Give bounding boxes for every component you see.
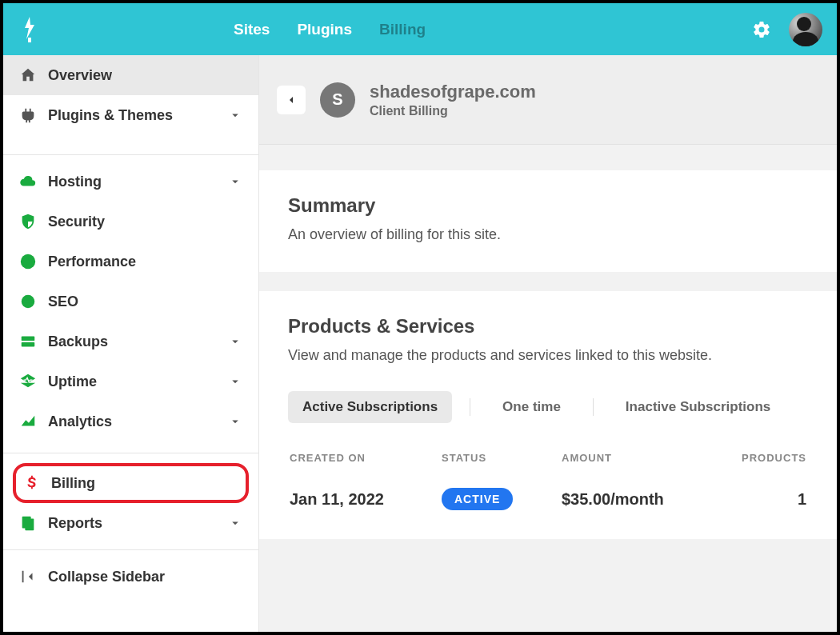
site-title: shadesofgrape.com <box>370 82 536 102</box>
sidebar-item-label: Backups <box>48 333 108 350</box>
main-content: S shadesofgrape.com Client Billing Summa… <box>259 55 837 632</box>
sidebar-item-label: Collapse Sidebar <box>48 569 165 585</box>
filter-inactive-subscriptions[interactable]: Inactive Subscriptions <box>611 391 785 423</box>
sidebar-item-collapse[interactable]: Collapse Sidebar <box>3 557 258 597</box>
filter-separator <box>593 398 594 416</box>
sidebar-item-label: Plugins & Themes <box>48 107 173 124</box>
col-products: Products <box>722 452 806 464</box>
backups-icon <box>19 333 37 350</box>
app-logo[interactable] <box>18 14 42 46</box>
chevron-down-icon <box>228 108 242 122</box>
cloud-icon <box>19 173 37 190</box>
sidebar-item-hosting[interactable]: Hosting <box>3 162 258 202</box>
reports-icon <box>19 514 37 532</box>
cell-status: ACTIVE <box>442 488 562 510</box>
svg-rect-3 <box>23 300 34 303</box>
chevron-down-icon <box>228 516 242 530</box>
cell-amount: $35.00/month <box>562 490 722 509</box>
tab-billing[interactable]: Billing <box>379 21 426 38</box>
sidebar-item-label: Hosting <box>48 174 102 190</box>
bolt-icon <box>19 253 37 270</box>
svg-rect-5 <box>22 342 35 347</box>
cell-created: Jan 11, 2022 <box>290 490 442 509</box>
sidebar-item-security[interactable]: Security <box>3 202 258 242</box>
table-header: Created On Status Amount Products <box>288 452 808 464</box>
chevron-down-icon <box>228 174 242 189</box>
products-title: Products & Services <box>288 315 808 337</box>
dollar-icon <box>22 474 40 492</box>
shield-icon <box>19 213 37 230</box>
top-header: Sites Plugins Billing <box>3 3 837 55</box>
sidebar-item-backups[interactable]: Backups <box>3 321 258 361</box>
filter-active-subscriptions[interactable]: Active Subscriptions <box>288 391 452 423</box>
filter-tabs: Active Subscriptions One time Inactive S… <box>288 391 808 423</box>
summary-subtitle: An overview of billing for this site. <box>288 226 808 243</box>
filter-separator <box>470 398 470 416</box>
sidebar-item-analytics[interactable]: Analytics <box>3 401 258 441</box>
plug-icon <box>19 106 37 124</box>
sidebar-item-performance[interactable]: Performance <box>3 242 258 282</box>
analytics-icon <box>19 413 37 430</box>
breadcrumb-bar: S shadesofgrape.com Client Billing <box>259 55 837 145</box>
sidebar-item-label: Performance <box>48 254 136 270</box>
sidebar-item-seo[interactable]: SEO <box>3 282 258 321</box>
svg-rect-7 <box>25 519 34 531</box>
chevron-down-icon <box>228 334 242 349</box>
seo-icon <box>19 293 37 310</box>
header-right <box>752 13 822 46</box>
chevron-down-icon <box>228 414 242 429</box>
filter-one-time[interactable]: One time <box>488 391 575 423</box>
svg-rect-4 <box>22 337 35 341</box>
col-amount: Amount <box>562 452 722 464</box>
tab-plugins[interactable]: Plugins <box>297 21 352 38</box>
status-badge: ACTIVE <box>442 488 513 510</box>
back-button[interactable] <box>277 86 306 114</box>
sidebar-item-label: Billing <box>51 475 95 492</box>
svg-rect-0 <box>28 38 31 42</box>
tab-sites[interactable]: Sites <box>234 21 270 38</box>
user-avatar[interactable] <box>789 13 822 46</box>
summary-section: Summary An overview of billing for this … <box>259 170 837 272</box>
uptime-icon <box>19 373 37 390</box>
products-section: Products & Services View and manage the … <box>259 291 837 539</box>
sidebar-item-label: Reports <box>48 515 102 532</box>
sidebar-item-uptime[interactable]: Uptime <box>3 361 258 401</box>
home-icon <box>19 66 37 84</box>
summary-title: Summary <box>288 194 808 217</box>
table-row[interactable]: Jan 11, 2022 ACTIVE $35.00/month 1 <box>288 488 808 510</box>
products-subtitle: View and manage the products and service… <box>288 347 808 364</box>
cell-products: 1 <box>722 490 806 509</box>
sidebar-item-label: Overview <box>48 67 112 84</box>
sidebar-item-label: Analytics <box>48 413 112 430</box>
breadcrumb-subtitle: Client Billing <box>370 104 536 118</box>
sidebar-item-label: Uptime <box>48 373 97 390</box>
gear-icon[interactable] <box>752 20 771 39</box>
sidebar-item-label: SEO <box>48 294 78 310</box>
sidebar: Overview Plugins & Themes Hosting Securi… <box>3 55 259 632</box>
sidebar-item-reports[interactable]: Reports <box>3 503 258 543</box>
top-nav-tabs: Sites Plugins Billing <box>234 21 426 38</box>
site-initial-badge: S <box>320 82 355 118</box>
sidebar-item-plugins-themes[interactable]: Plugins & Themes <box>3 95 258 135</box>
collapse-icon <box>19 568 37 585</box>
sidebar-item-label: Security <box>48 214 105 230</box>
chevron-down-icon <box>228 374 242 389</box>
sidebar-item-overview[interactable]: Overview <box>3 55 258 95</box>
sidebar-item-billing[interactable]: Billing <box>13 463 249 503</box>
col-created: Created On <box>290 452 442 464</box>
col-status: Status <box>442 452 562 464</box>
